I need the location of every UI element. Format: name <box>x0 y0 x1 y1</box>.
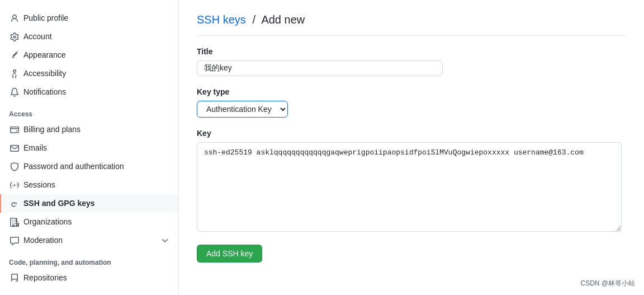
shield-icon <box>10 162 19 171</box>
sidebar-item-organizations[interactable]: Organizations <box>0 213 178 231</box>
sidebar-section-code: Code, planning, and automation <box>0 250 178 269</box>
bell-icon <box>10 88 19 97</box>
sidebar-item-moderation[interactable]: Moderation <box>0 231 178 250</box>
sidebar-item-repositories[interactable]: Repositories <box>0 269 178 287</box>
breadcrumb-current: Add new <box>261 13 305 26</box>
sidebar-label-password: Password and authentication <box>23 161 124 172</box>
key-icon <box>10 199 19 208</box>
paintbrush-icon <box>10 51 19 60</box>
sidebar-item-password[interactable]: Password and authentication <box>0 157 178 176</box>
add-ssh-key-button[interactable]: Add SSH key <box>197 245 262 263</box>
watermark: CSDN @林哥小站 <box>580 279 635 288</box>
creditcard-icon <box>10 125 19 134</box>
sidebar-item-notifications[interactable]: Notifications <box>0 83 178 101</box>
key-group: Key ssh-ed25519 asklqqqqqqqqqqqqgaqwepri… <box>197 129 626 233</box>
key-textarea[interactable]: ssh-ed25519 asklqqqqqqqqqqqqgaqweprigpoi… <box>197 142 622 232</box>
accessibility-icon <box>10 69 19 78</box>
sidebar-item-billing[interactable]: Billing and plans <box>0 120 178 139</box>
sidebar-label-ssh-gpg: SSH and GPG keys <box>23 198 95 209</box>
gear-icon <box>10 32 19 41</box>
sidebar-label-public-profile: Public profile <box>23 12 68 24</box>
title-label: Title <box>197 47 626 56</box>
sidebar-label-accessibility: Accessibility <box>23 68 66 79</box>
sidebar-item-appearance[interactable]: Appearance <box>0 46 178 64</box>
person-icon <box>10 14 19 23</box>
sidebar-label-organizations: Organizations <box>23 216 72 228</box>
key-type-label: Key type <box>197 87 626 96</box>
sidebar: Public profile Account Appearance Access… <box>0 0 179 295</box>
key-type-group: Key type Authentication Key Signing Key <box>197 87 626 118</box>
sidebar-label-account: Account <box>23 31 52 43</box>
sidebar-item-emails[interactable]: Emails <box>0 139 178 157</box>
sidebar-label-moderation: Moderation <box>23 235 63 246</box>
title-group: Title <box>197 47 626 76</box>
repo-icon <box>10 274 19 283</box>
sidebar-label-repositories: Repositories <box>23 272 67 284</box>
breadcrumb: SSH keys / Add new <box>197 13 626 36</box>
org-icon <box>10 218 19 227</box>
sidebar-label-notifications: Notifications <box>23 86 66 98</box>
sidebar-item-public-profile[interactable]: Public profile <box>0 9 178 27</box>
title-input[interactable] <box>197 60 443 76</box>
sidebar-item-account[interactable]: Account <box>0 27 178 46</box>
sidebar-section-access: Access <box>0 101 178 120</box>
breadcrumb-link[interactable]: SSH keys <box>197 13 246 26</box>
key-label: Key <box>197 129 626 138</box>
sidebar-item-accessibility[interactable]: Accessibility <box>0 64 178 83</box>
comment-icon <box>10 236 19 245</box>
chevron-down-icon <box>160 236 169 245</box>
sidebar-label-sessions: Sessions <box>23 179 55 191</box>
sidebar-item-sessions[interactable]: Sessions <box>0 176 178 194</box>
sidebar-label-appearance: Appearance <box>23 49 66 61</box>
mail-icon <box>10 144 19 153</box>
sidebar-label-emails: Emails <box>23 142 47 154</box>
sidebar-item-ssh-gpg[interactable]: SSH and GPG keys <box>0 194 178 213</box>
broadcast-icon <box>10 181 19 190</box>
main-content: SSH keys / Add new Title Key type Authen… <box>179 0 644 295</box>
breadcrumb-separator: / <box>252 13 255 26</box>
sidebar-label-billing: Billing and plans <box>23 124 80 135</box>
key-type-select[interactable]: Authentication Key Signing Key <box>197 101 288 118</box>
